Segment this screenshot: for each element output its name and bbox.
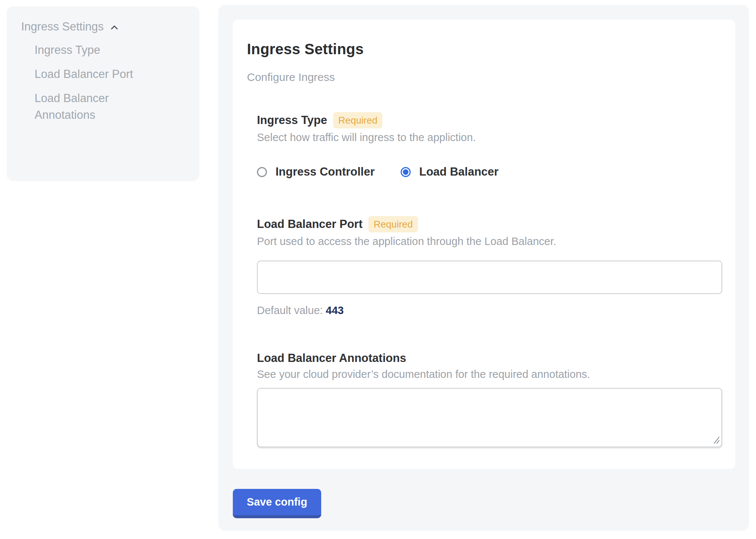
section-description-load-balancer-annotations: See your cloud provider’s documentation … xyxy=(257,368,721,381)
annotations-textarea-wrap xyxy=(257,388,722,447)
required-badge: Required xyxy=(333,112,383,128)
radio-option-load-balancer[interactable]: Load Balancer xyxy=(401,165,499,179)
section-description-load-balancer-port: Port used to access the application thro… xyxy=(257,235,721,248)
sidebar-item-load-balancer-annotations[interactable]: Load Balancer Annotations xyxy=(35,90,157,123)
section-description-ingress-type: Select how traffic will ingress to the a… xyxy=(257,131,721,144)
default-value: 443 xyxy=(326,304,343,316)
radio-unselected-icon[interactable] xyxy=(257,167,267,177)
sidebar-item-load-balancer-port[interactable]: Load Balancer Port xyxy=(35,66,157,82)
radio-selected-icon[interactable] xyxy=(401,167,411,177)
required-badge: Required xyxy=(368,216,418,232)
page: Ingress Settings Ingress Type Load Balan… xyxy=(0,0,756,539)
page-subtitle: Configure Ingress xyxy=(247,71,721,84)
default-value-label: Default value: xyxy=(257,304,323,316)
radio-option-ingress-controller[interactable]: Ingress Controller xyxy=(257,165,375,179)
page-title: Ingress Settings xyxy=(247,40,721,58)
ingress-type-radio-group: Ingress Controller Load Balancer xyxy=(257,165,721,179)
form-sections: Ingress Type Required Select how traffic… xyxy=(257,112,721,447)
radio-label-load-balancer[interactable]: Load Balancer xyxy=(419,165,499,179)
section-heading-ingress-type: Ingress Type xyxy=(257,113,327,127)
ingress-settings-panel: Ingress Settings Configure Ingress Ingre… xyxy=(218,5,749,531)
sidebar-group-ingress-settings[interactable]: Ingress Settings xyxy=(21,19,188,34)
section-load-balancer-annotations: Load Balancer Annotations See your cloud… xyxy=(257,351,721,447)
load-balancer-port-input[interactable] xyxy=(257,261,722,294)
default-value-row: Default value:443 xyxy=(257,304,721,317)
ingress-settings-card: Ingress Settings Configure Ingress Ingre… xyxy=(233,20,735,469)
section-heading-load-balancer-annotations: Load Balancer Annotations xyxy=(257,351,406,365)
load-balancer-annotations-textarea[interactable] xyxy=(257,388,722,447)
sidebar-items: Ingress Type Load Balancer Port Load Bal… xyxy=(21,42,188,123)
sidebar-group-label: Ingress Settings xyxy=(21,19,104,34)
sidebar-item-ingress-type[interactable]: Ingress Type xyxy=(35,42,157,58)
chevron-up-icon xyxy=(109,22,120,33)
section-ingress-type: Ingress Type Required Select how traffic… xyxy=(257,112,721,179)
save-config-button[interactable]: Save config xyxy=(233,489,321,518)
radio-label-ingress-controller[interactable]: Ingress Controller xyxy=(276,165,375,179)
settings-nav-sidebar: Ingress Settings Ingress Type Load Balan… xyxy=(7,6,199,181)
section-heading-load-balancer-port: Load Balancer Port xyxy=(257,217,362,231)
section-load-balancer-port: Load Balancer Port Required Port used to… xyxy=(257,216,721,317)
